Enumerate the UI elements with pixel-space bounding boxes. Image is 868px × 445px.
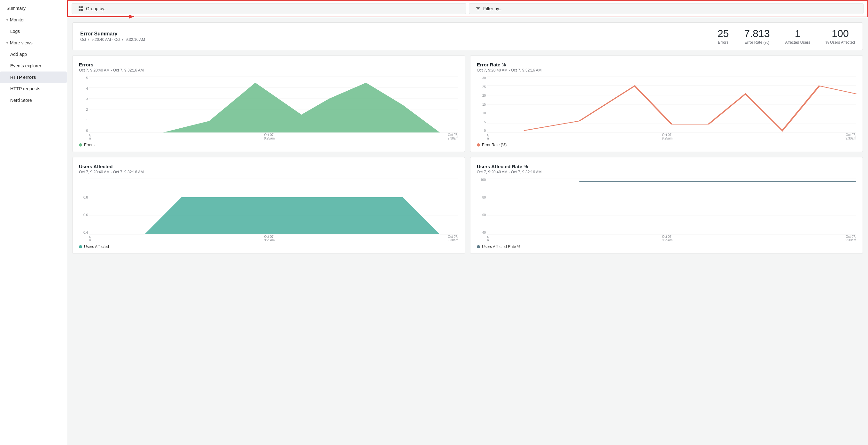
chart-users-affected-rate-title: Users Affected Rate %	[477, 164, 856, 169]
error-rate-svg	[487, 76, 856, 133]
more-views-label: More views	[10, 40, 33, 45]
error-rate-legend-label: Error Rate (%)	[482, 143, 506, 147]
summary-label: Summary	[6, 6, 26, 11]
sidebar-item-http-errors[interactable]: HTTP errors	[0, 71, 67, 83]
error-rate-chart-inner	[487, 76, 856, 133]
svg-marker-17	[89, 83, 458, 133]
users-affected-rate-chart-inner	[487, 178, 856, 234]
group-by-button[interactable]: Group by...	[71, 3, 466, 14]
chart-errors: Errors Oct 7, 9:20:40 AM - Oct 7, 9:32:1…	[72, 55, 465, 152]
chart-users-affected-title: Users Affected	[79, 164, 458, 169]
summary-title: Error Summary	[80, 31, 717, 37]
sidebar-item-logs[interactable]: Logs	[0, 26, 67, 37]
sidebar-section-monitor[interactable]: ▾ Monitor	[0, 14, 67, 26]
chart-users-affected-rate-subtitle: Oct 7, 9:20:40 AM - Oct 7, 9:32:16 AM	[477, 170, 856, 174]
chart-error-rate: Error Rate % Oct 7, 9:20:40 AM - Oct 7, …	[470, 55, 863, 152]
monitor-label: Monitor	[10, 17, 25, 22]
summary-title-block: Error Summary Oct 7, 9:20:40 AM - Oct 7,…	[80, 31, 717, 42]
error-rate-legend-dot	[477, 143, 480, 146]
users-affected-rate-y-axis: 100806040	[477, 178, 486, 234]
users-affected-rate-svg	[487, 178, 856, 234]
chart-errors-area: 543210	[79, 76, 458, 140]
sidebar-section-more-views[interactable]: ▾ More views	[0, 37, 67, 48]
stat-errors-label: Errors	[717, 40, 729, 45]
users-affected-svg	[89, 178, 458, 234]
stat-error-rate-value: 7.813	[744, 28, 770, 40]
users-affected-rate-legend-dot	[477, 245, 480, 248]
errors-y-axis: 543210	[79, 76, 88, 133]
group-by-label: Group by...	[86, 6, 108, 11]
chart-errors-subtitle: Oct 7, 9:20:40 AM - Oct 7, 9:32:16 AM	[79, 68, 458, 72]
main-content: Group by... Filter by...	[67, 0, 868, 445]
sidebar-item-summary[interactable]: Summary	[0, 3, 67, 14]
chevron-icon-2: ▾	[6, 41, 8, 45]
chart-error-rate-area: 302520151050	[477, 76, 856, 140]
users-affected-legend: Users Affected	[79, 244, 458, 249]
chart-users-affected-rate-area: 100806040 r, n O	[477, 178, 856, 242]
users-affected-rate-legend: Users Affected Rate %	[477, 244, 856, 249]
summary-subtitle: Oct 7, 9:20:40 AM - Oct 7, 9:32:16 AM	[80, 37, 717, 42]
toolbar: Group by... Filter by...	[67, 0, 868, 17]
summary-bar: Error Summary Oct 7, 9:20:40 AM - Oct 7,…	[72, 22, 863, 50]
filter-by-icon	[475, 6, 480, 11]
stat-error-rate-label: Error Rate (%)	[744, 40, 770, 45]
stat-affected-users-value: 1	[785, 28, 810, 40]
stat-pct-users-value: 100	[826, 28, 855, 40]
error-rate-legend: Error Rate (%)	[477, 143, 856, 147]
charts-grid: Errors Oct 7, 9:20:40 AM - Oct 7, 9:32:1…	[72, 55, 863, 254]
errors-legend-dot	[79, 143, 82, 146]
chart-users-affected-area: 10.80.60.4 r, n	[79, 178, 458, 242]
svg-point-7	[477, 7, 478, 8]
users-affected-legend-dot	[79, 245, 82, 248]
sidebar-item-http-requests[interactable]: HTTP requests	[0, 83, 67, 95]
errors-legend: Errors	[79, 143, 458, 147]
errors-chart-inner	[89, 76, 458, 133]
users-affected-x-axis: r, n Oct 07, 9:25am Oct 07, 9:30am	[89, 235, 458, 242]
chevron-icon: ▾	[6, 18, 8, 22]
filter-by-label: Filter by...	[483, 6, 502, 11]
errors-x-axis: r, n Oct 07, 9:25am Oct 07, 9:30am	[89, 133, 458, 140]
chart-error-rate-subtitle: Oct 7, 9:20:40 AM - Oct 7, 9:32:16 AM	[477, 68, 856, 72]
group-by-icon	[78, 6, 84, 11]
chart-users-affected-rate: Users Affected Rate % Oct 7, 9:20:40 AM …	[470, 157, 863, 254]
stat-error-rate: 7.813 Error Rate (%)	[744, 28, 770, 45]
users-affected-chart-inner	[89, 178, 458, 234]
content-area: Error Summary Oct 7, 9:20:40 AM - Oct 7,…	[67, 17, 868, 445]
filter-by-button[interactable]: Filter by...	[469, 3, 864, 14]
users-affected-legend-label: Users Affected	[84, 244, 109, 249]
sidebar-item-nerd-store[interactable]: Nerd Store	[0, 95, 67, 106]
users-affected-rate-x-axis: r, n Oct 07, 9:25am Oct 07, 9:30am	[487, 235, 856, 242]
svg-rect-0	[79, 6, 81, 8]
stat-pct-users: 100 % Users Affected	[826, 28, 855, 45]
sidebar-item-events-explorer[interactable]: Events explorer	[0, 60, 67, 71]
stat-pct-users-label: % Users Affected	[826, 40, 855, 45]
chart-error-rate-title: Error Rate %	[477, 62, 856, 67]
users-affected-rate-legend-label: Users Affected Rate %	[482, 244, 521, 249]
svg-rect-3	[81, 9, 83, 11]
svg-point-8	[478, 8, 479, 9]
sidebar: Summary ▾ Monitor Logs ▾ More views Add …	[0, 0, 67, 445]
errors-legend-label: Errors	[84, 143, 95, 147]
users-affected-y-axis: 10.80.60.4	[79, 178, 88, 234]
chart-users-affected-subtitle: Oct 7, 9:20:40 AM - Oct 7, 9:32:16 AM	[79, 170, 458, 174]
svg-rect-1	[81, 6, 83, 8]
stat-affected-users-label: Affected Users	[785, 40, 810, 45]
sidebar-item-add-app[interactable]: Add app	[0, 48, 67, 60]
chart-errors-title: Errors	[79, 62, 458, 67]
error-rate-x-axis: r, n Oct 07, 9:25am Oct 07, 9:30am	[487, 133, 856, 140]
errors-svg	[89, 76, 458, 133]
stat-affected-users: 1 Affected Users	[785, 28, 810, 45]
error-rate-y-axis: 302520151050	[477, 76, 486, 133]
summary-stats: 25 Errors 7.813 Error Rate (%) 1 Affecte…	[717, 28, 855, 45]
stat-errors-value: 25	[717, 28, 729, 40]
stat-errors: 25 Errors	[717, 28, 729, 45]
chart-users-affected: Users Affected Oct 7, 9:20:40 AM - Oct 7…	[72, 157, 465, 254]
svg-rect-2	[79, 9, 81, 11]
